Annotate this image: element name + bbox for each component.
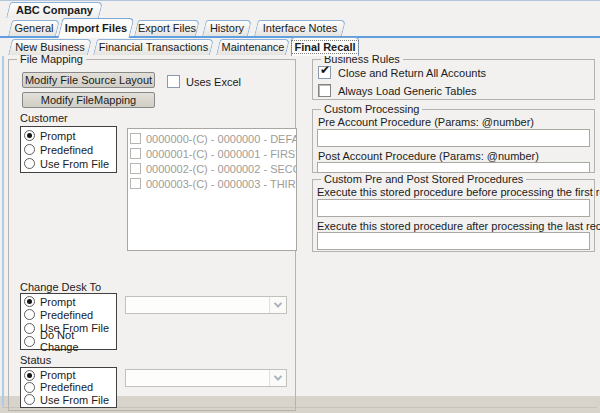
status-radio-predefined-label: Predefined: [40, 381, 93, 393]
before-first-record-input[interactable]: [317, 199, 590, 217]
list-item: 0000000-(C) - 0000000 - DEFAULT CU: [130, 131, 296, 146]
combo-dropdown-button: [269, 370, 286, 386]
radio-off-icon: [24, 144, 35, 155]
radio-off-icon: [24, 394, 35, 405]
list-item: 0000001-(C) - 0000001 - FIRST CUST: [130, 146, 296, 161]
customer-radio-prompt[interactable]: Prompt: [24, 129, 113, 142]
radio-on-icon: [24, 296, 35, 307]
tab-general-label: General: [14, 22, 53, 34]
change-desk-radio-prompt-label: Prompt: [40, 296, 75, 308]
customer-radio-use-from-file[interactable]: Use From File: [24, 157, 113, 170]
modify-filemapping-label: Modify FileMapping: [41, 94, 136, 106]
status-radio-group: Prompt Predefined Use From File: [20, 367, 117, 408]
tab-financial-transactions[interactable]: Financial Transactions: [95, 39, 212, 55]
chevron-down-icon: [274, 299, 282, 307]
change-desk-to-combo-value: [126, 297, 269, 313]
tab-history[interactable]: History: [204, 20, 250, 36]
status-combo-value: [126, 370, 269, 386]
tab-general[interactable]: General: [10, 20, 58, 36]
tab-interface-notes[interactable]: Interface Notes: [256, 20, 344, 36]
list-item: 0000003-(C) - 0000003 - THIRD CUST: [130, 176, 296, 191]
pre-account-procedure-label: Pre Account Procedure (Params: @number): [318, 116, 534, 128]
status-label: Status: [20, 354, 51, 366]
list-item-label: 0000001-(C) - 0000001 - FIRST CUST: [146, 148, 296, 160]
checkbox-unchecked-icon: [130, 133, 141, 144]
pre-account-procedure-input[interactable]: [317, 129, 590, 147]
post-account-procedure-input[interactable]: [317, 162, 590, 173]
uses-excel-checkbox[interactable]: [167, 75, 180, 88]
tab-export-files[interactable]: Export Files: [136, 20, 198, 36]
before-first-record-label: Execute this stored procedure before pro…: [317, 186, 600, 198]
combo-dropdown-button: [269, 297, 286, 313]
chevron-down-icon: [274, 372, 282, 380]
tab-new-business-label: New Business: [15, 41, 85, 53]
radio-off-icon: [24, 336, 35, 347]
after-last-record-input[interactable]: [317, 232, 590, 250]
close-and-return-checkbox[interactable]: ✔: [318, 66, 331, 79]
customer-radio-predefined-label: Predefined: [40, 144, 93, 156]
status-radio-prompt[interactable]: Prompt: [24, 369, 113, 381]
tab-final-recall-label: Final Recall: [292, 41, 357, 53]
tab-history-label: History: [210, 22, 244, 34]
checkbox-unchecked-icon: [130, 178, 141, 189]
radio-off-icon: [24, 323, 35, 334]
radio-on-icon: [24, 370, 35, 381]
tab-abc-company[interactable]: ABC Company: [8, 2, 101, 18]
change-desk-radio-predefined[interactable]: Predefined: [24, 308, 113, 321]
radio-off-icon: [24, 382, 35, 393]
tab-import-files-label: Import Files: [65, 22, 127, 34]
list-item-label: 0000003-(C) - 0000003 - THIRD CUST: [146, 178, 296, 190]
always-load-generic-tables-label: Always Load Generic Tables: [338, 85, 477, 97]
custom-processing-group-title: Custom Processing: [321, 103, 422, 115]
modify-file-source-layout-label: Modify File Source Layout: [25, 74, 152, 86]
change-desk-radio-do-not-change-label: Do Not Change: [40, 329, 113, 353]
customer-label: Customer: [20, 112, 68, 124]
tab-final-recall[interactable]: Final Recall: [291, 37, 359, 56]
tab-maintenance-label: Maintenance: [222, 41, 285, 53]
status-radio-use-from-file-label: Use From File: [40, 394, 109, 406]
checkbox-unchecked-icon: [130, 148, 141, 159]
change-desk-to-label: Change Desk To: [20, 281, 101, 293]
tab-maintenance[interactable]: Maintenance: [218, 39, 288, 55]
tab-new-business[interactable]: New Business: [10, 39, 90, 55]
customer-radio-use-from-file-label: Use From File: [40, 158, 109, 170]
tab-import-files[interactable]: Import Files: [60, 18, 132, 38]
change-desk-radio-predefined-label: Predefined: [40, 309, 93, 321]
content-left-border: [2, 56, 4, 406]
after-last-record-label: Execute this stored procedure after proc…: [317, 220, 600, 232]
radio-off-icon: [24, 158, 35, 169]
customer-checked-listbox[interactable]: 0000000-(C) - 0000000 - DEFAULT CU 00000…: [127, 128, 297, 251]
close-and-return-label: Close and Return All Accounts: [338, 67, 486, 79]
tab-financial-transactions-label: Financial Transactions: [99, 41, 208, 53]
list-item: 0000002-(C) - 0000002 - SECOND CU: [130, 161, 296, 176]
check-icon: ✔: [320, 63, 330, 77]
uses-excel-label: Uses Excel: [186, 76, 241, 88]
change-desk-to-radio-group: Prompt Predefined Use From File Do Not C…: [20, 293, 117, 350]
change-desk-radio-do-not-change[interactable]: Do Not Change: [24, 335, 113, 348]
modify-filemapping-button[interactable]: Modify FileMapping: [22, 92, 155, 108]
radio-on-icon: [24, 130, 35, 141]
customer-radio-predefined[interactable]: Predefined: [24, 143, 113, 156]
tab-abc-company-label: ABC Company: [16, 4, 93, 16]
modify-file-source-layout-button[interactable]: Modify File Source Layout: [22, 72, 155, 88]
tab-export-files-label: Export Files: [138, 22, 196, 34]
tab-interface-notes-label: Interface Notes: [263, 22, 338, 34]
always-load-generic-tables-checkbox[interactable]: [318, 84, 331, 97]
status-radio-use-from-file[interactable]: Use From File: [24, 394, 113, 406]
custom-pre-post-group-title: Custom Pre and Post Stored Procedures: [321, 173, 526, 185]
list-item-label: 0000000-(C) - 0000000 - DEFAULT CU: [146, 133, 296, 145]
customer-radio-group: Prompt Predefined Use From File: [20, 126, 117, 173]
status-radio-prompt-label: Prompt: [40, 369, 75, 381]
radio-off-icon: [24, 309, 35, 320]
status-radio-predefined[interactable]: Predefined: [24, 381, 113, 393]
checkbox-unchecked-icon: [130, 163, 141, 174]
list-item-label: 0000002-(C) - 0000002 - SECOND CU: [146, 163, 296, 175]
change-desk-radio-prompt[interactable]: Prompt: [24, 295, 113, 308]
status-combobox: [125, 369, 287, 387]
post-account-procedure-label: Post Account Procedure (Params: @number): [318, 150, 539, 162]
change-desk-to-combobox: [125, 296, 287, 314]
customer-radio-prompt-label: Prompt: [40, 130, 75, 142]
